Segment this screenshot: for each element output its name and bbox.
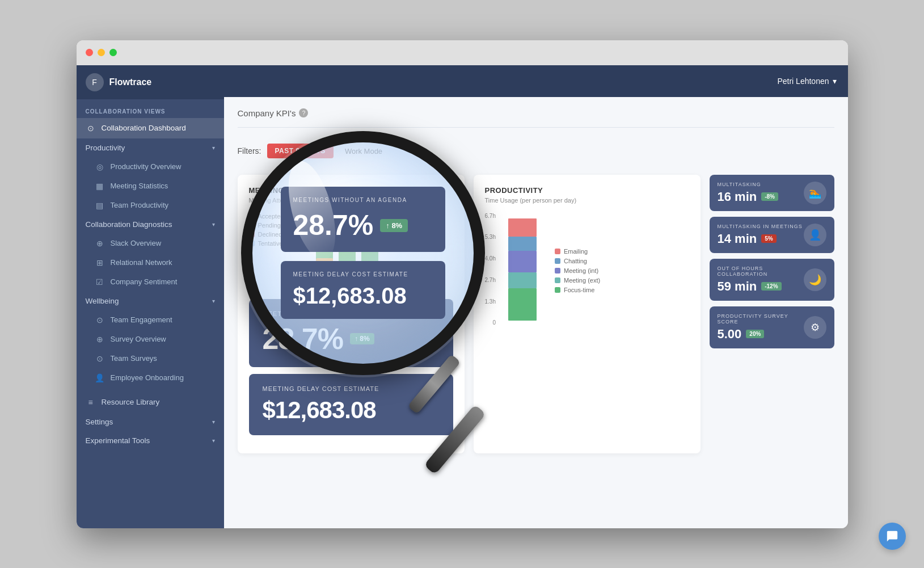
page-title: Company KPI's ?: [238, 108, 834, 118]
filters-bar: Filters: PAST 90 DAYS Work Mode: [238, 137, 834, 166]
help-icon[interactable]: ?: [299, 108, 308, 117]
chevron-down-icon: ▾: [212, 419, 215, 425]
minimize-button[interactable]: [98, 49, 105, 56]
meetings-card-title: MEETINGS: [249, 186, 453, 195]
out-of-hours-icon: 🌙: [804, 268, 826, 291]
kpi-survey-score-info: PRODUCTIVITY SURVEY SCORE 5.00 20%: [718, 313, 804, 342]
traffic-lights: [86, 49, 117, 56]
svg-rect-11: [361, 281, 378, 285]
team-productivity-icon: ▤: [95, 200, 105, 211]
sidebar-item-team-engagement[interactable]: ⊙ Team Engagement: [77, 310, 224, 330]
user-chevron-icon: ▾: [833, 77, 837, 86]
bar-chart-area: [503, 213, 548, 329]
sidebar-sub-label: Team Engagement: [111, 315, 172, 324]
work-mode-filter[interactable]: Work Mode: [339, 144, 388, 159]
sidebar-header: F Flowtrace: [77, 65, 224, 99]
past-90-days-filter[interactable]: PAST 90 DAYS: [267, 144, 334, 158]
meetings-kpi-agenda-badge: ↑ 8%: [350, 333, 374, 344]
sidebar-sub-label: Company Sentiment: [111, 277, 178, 286]
collab-diagnostics-label: Collaboration Diagnostics: [86, 220, 172, 229]
meetings-kpi-area: MEETINGS WITHOUT AN AGENDA 28.7% ↑ 8% ME…: [249, 299, 453, 435]
sidebar-sub-label: Team Productivity: [111, 201, 169, 209]
meeting-stats-icon: ▦: [95, 181, 105, 191]
productivity-card: PRODUCTIVITY Time Usage (per person per …: [474, 175, 701, 453]
sidebar-item-resource-library[interactable]: ≡ Resource Library: [77, 392, 224, 413]
sidebar-sub-label: Survey Overview: [111, 335, 166, 343]
kpi-multitasking-label: MULTITASKING: [718, 182, 779, 187]
kpi-side-cards: MULTITASKING 16 min -8% 🏊 MULTITASKING I…: [710, 175, 834, 453]
sidebar-item-meeting-statistics[interactable]: ▦ Meeting Statistics: [77, 176, 224, 196]
multitasking-icon: 🏊: [804, 182, 826, 204]
titlebar: [77, 40, 848, 65]
kpi-multitasking-meetings-badge: 5%: [761, 234, 776, 243]
sidebar-item-employee-onboarding[interactable]: 👤 Employee Onboarding: [77, 368, 224, 388]
user-info: Petri Lehtonen ▾: [777, 77, 836, 86]
meetings-kpi-cost: MEETING DELAY COST ESTIMATE $12,683.08: [249, 374, 453, 435]
svg-rect-7: [339, 281, 356, 285]
sidebar-item-team-surveys[interactable]: ⊙ Team Surveys: [77, 349, 224, 368]
network-icon: ⊞: [95, 258, 105, 268]
content-area: Company KPI's ? Filters: PAST 90 DAYS Wo…: [224, 97, 848, 528]
chat-icon: [886, 530, 898, 542]
legend-declined: Declined: [249, 231, 284, 238]
multitasking-meetings-icon: 👤: [804, 224, 826, 246]
sidebar-item-company-sentiment[interactable]: ☑ Company Sentiment: [77, 272, 224, 292]
meetings-kpi-agenda-value-row: 28.7% ↑ 8%: [263, 322, 440, 356]
sidebar-sub-label: Team Surveys: [111, 354, 157, 363]
meeting-int-dot: [555, 268, 560, 274]
productivity-group-label: Productivity: [86, 144, 125, 152]
tentative-dot: [249, 241, 255, 246]
sidebar-item-slack-overview[interactable]: ⊕ Slack Overview: [77, 234, 224, 253]
kpi-survey-score: PRODUCTIVITY SURVEY SCORE 5.00 20% ⚙: [710, 306, 834, 348]
sidebar-section-label: COLLABORATION VIEWS: [77, 99, 224, 118]
kpi-out-of-hours-value: 59 min: [718, 279, 757, 294]
wellbeing-label: Wellbeing: [86, 297, 119, 305]
emailing-dot: [555, 249, 560, 254]
chat-button[interactable]: [879, 523, 906, 550]
legend-tentative: Tentative: [249, 240, 284, 247]
app-body: F Flowtrace COLLABORATION VIEWS ⊙ Collab…: [77, 65, 848, 528]
library-icon: ≡: [86, 397, 96, 407]
sidebar-item-productivity-overview[interactable]: ◎ Productivity Overview: [77, 157, 224, 176]
sidebar-group-productivity[interactable]: Productivity ▾: [77, 138, 224, 157]
dashboard-grid: MEETINGS Meeting Attendance Accepted: [238, 175, 834, 453]
maximize-button[interactable]: [109, 49, 117, 56]
kpi-multitasking-meetings-value-row: 14 min 5%: [718, 232, 803, 246]
meetings-kpi-agenda-value: 28.7%: [263, 322, 343, 356]
meetings-content: Accepted Pending Declined: [249, 213, 453, 292]
sidebar-logo: F: [86, 73, 104, 91]
kpi-multitasking-value-row: 16 min -8%: [718, 190, 779, 204]
tentative-label: Tentative: [258, 240, 283, 247]
svg-rect-6: [339, 276, 356, 281]
close-button[interactable]: [86, 49, 93, 56]
pending-label: Pending: [258, 222, 281, 229]
meeting-ext-dot: [555, 277, 560, 283]
legend-accepted: Accepted: [249, 213, 284, 220]
productivity-overview-icon: ◎: [95, 162, 105, 172]
topbar: Petri Lehtonen ▾: [224, 65, 848, 97]
sidebar-item-survey-overview[interactable]: ⊕ Survey Overview: [77, 330, 224, 349]
sidebar-group-collab-diagnostics[interactable]: Collaboration Diagnostics ▾: [77, 215, 224, 234]
slack-icon: ⊕: [95, 238, 105, 249]
sidebar-item-collaboration-dashboard[interactable]: ⊙ Collaboration Dashboard: [77, 118, 224, 138]
y-axis-labels: 6.7h 5.3h 4.0h 2.7h 1.3h 0: [485, 213, 496, 326]
sidebar-group-wellbeing[interactable]: Wellbeing ▾: [77, 292, 224, 310]
meetings-card: MEETINGS Meeting Attendance Accepted: [238, 175, 465, 453]
sidebar-group-settings[interactable]: Settings ▾: [77, 413, 224, 431]
meetings-card-subtitle: Meeting Attendance: [249, 197, 453, 204]
kpi-survey-score-value-row: 5.00 20%: [718, 327, 804, 342]
sidebar-item-relational-network[interactable]: ⊞ Relational Network: [77, 253, 224, 272]
sidebar-group-experimental[interactable]: Experimental Tools ▾: [77, 431, 224, 450]
meetings-chart-area: [293, 213, 453, 292]
survey-score-icon: ⚙: [804, 316, 826, 339]
sidebar-item-team-productivity[interactable]: ▤ Team Productivity: [77, 196, 224, 215]
team-surveys-icon: ⊙: [95, 354, 105, 364]
kpi-multitasking-meetings-label: MULTITASKING IN MEETINGS: [718, 224, 803, 229]
productivity-bar-chart: [503, 213, 548, 326]
svg-rect-12: [508, 218, 537, 237]
sidebar-sub-label: Productivity Overview: [111, 162, 182, 171]
sidebar-sub-label: Relational Network: [111, 258, 172, 267]
meetings-kpi-cost-label: MEETING DELAY COST ESTIMATE: [263, 385, 440, 392]
kpi-survey-score-label: PRODUCTIVITY SURVEY SCORE: [718, 313, 804, 325]
pending-dot: [249, 222, 255, 228]
